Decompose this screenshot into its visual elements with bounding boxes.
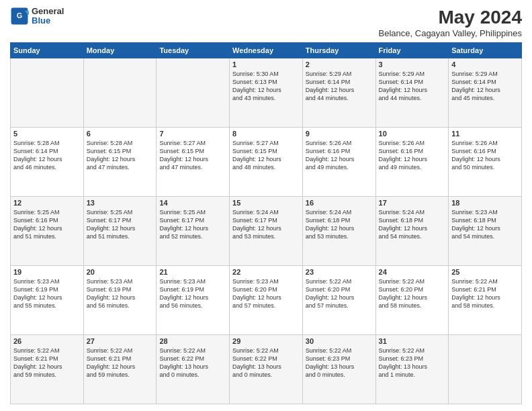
day-number: 14 <box>159 199 226 207</box>
table-row <box>11 58 84 128</box>
day-info: Sunrise: 5:25 AM Sunset: 6:16 PM Dayligh… <box>13 208 81 241</box>
day-info: Sunrise: 5:23 AM Sunset: 6:18 PM Dayligh… <box>451 208 519 241</box>
day-number: 9 <box>306 130 373 138</box>
header: G General Blue May 2024 Belance, Cagayan… <box>10 7 522 38</box>
table-row: 28Sunrise: 5:22 AM Sunset: 6:22 PM Dayli… <box>157 335 230 404</box>
day-number: 20 <box>87 268 154 276</box>
day-number: 16 <box>306 199 373 207</box>
table-row: 30Sunrise: 5:22 AM Sunset: 6:23 PM Dayli… <box>302 335 375 404</box>
table-row <box>157 58 230 128</box>
day-info: Sunrise: 5:26 AM Sunset: 6:16 PM Dayligh… <box>306 139 373 172</box>
day-number: 28 <box>159 337 226 345</box>
table-row: 13Sunrise: 5:25 AM Sunset: 6:17 PM Dayli… <box>83 197 157 266</box>
day-info: Sunrise: 5:23 AM Sunset: 6:19 PM Dayligh… <box>13 277 81 310</box>
table-row: 11Sunrise: 5:26 AM Sunset: 6:16 PM Dayli… <box>449 128 522 197</box>
day-info: Sunrise: 5:29 AM Sunset: 6:14 PM Dayligh… <box>379 70 446 103</box>
table-row: 14Sunrise: 5:25 AM Sunset: 6:17 PM Dayli… <box>157 197 230 266</box>
day-info: Sunrise: 5:30 AM Sunset: 6:13 PM Dayligh… <box>232 70 300 103</box>
day-number: 2 <box>306 60 373 68</box>
day-info: Sunrise: 5:23 AM Sunset: 6:19 PM Dayligh… <box>159 277 226 310</box>
day-info: Sunrise: 5:29 AM Sunset: 6:14 PM Dayligh… <box>451 70 519 103</box>
table-row: 25Sunrise: 5:22 AM Sunset: 6:21 PM Dayli… <box>449 266 522 335</box>
day-number: 11 <box>451 130 519 138</box>
day-number: 31 <box>379 337 446 345</box>
day-number: 5 <box>13 130 81 138</box>
page: G General Blue May 2024 Belance, Cagayan… <box>0 0 532 411</box>
table-row: 1Sunrise: 5:30 AM Sunset: 6:13 PM Daylig… <box>230 58 303 128</box>
table-row: 12Sunrise: 5:25 AM Sunset: 6:16 PM Dayli… <box>11 197 84 266</box>
day-info: Sunrise: 5:22 AM Sunset: 6:22 PM Dayligh… <box>159 347 226 379</box>
table-row: 6Sunrise: 5:28 AM Sunset: 6:15 PM Daylig… <box>83 128 157 197</box>
day-number: 30 <box>306 337 373 345</box>
table-row: 29Sunrise: 5:22 AM Sunset: 6:22 PM Dayli… <box>230 335 303 404</box>
calendar-week-5: 26Sunrise: 5:22 AM Sunset: 6:21 PM Dayli… <box>11 335 522 404</box>
day-info: Sunrise: 5:22 AM Sunset: 6:20 PM Dayligh… <box>306 277 373 310</box>
col-sunday: Sunday <box>11 43 84 58</box>
table-row: 15Sunrise: 5:24 AM Sunset: 6:17 PM Dayli… <box>230 197 303 266</box>
table-row: 5Sunrise: 5:28 AM Sunset: 6:14 PM Daylig… <box>11 128 84 197</box>
col-wednesday: Wednesday <box>230 43 303 58</box>
day-info: Sunrise: 5:22 AM Sunset: 6:23 PM Dayligh… <box>379 347 446 379</box>
day-number: 10 <box>379 130 446 138</box>
table-row: 24Sunrise: 5:22 AM Sunset: 6:20 PM Dayli… <box>375 266 449 335</box>
day-info: Sunrise: 5:22 AM Sunset: 6:21 PM Dayligh… <box>451 277 519 310</box>
day-number: 17 <box>379 199 446 207</box>
day-info: Sunrise: 5:27 AM Sunset: 6:15 PM Dayligh… <box>159 139 226 172</box>
day-info: Sunrise: 5:24 AM Sunset: 6:18 PM Dayligh… <box>306 208 373 241</box>
svg-text:G: G <box>17 11 22 19</box>
day-number: 13 <box>87 199 154 207</box>
day-number: 24 <box>379 268 446 276</box>
day-info: Sunrise: 5:26 AM Sunset: 6:16 PM Dayligh… <box>451 139 519 172</box>
day-number: 7 <box>159 130 226 138</box>
day-number: 1 <box>232 60 300 68</box>
table-row: 19Sunrise: 5:23 AM Sunset: 6:19 PM Dayli… <box>11 266 84 335</box>
table-row: 23Sunrise: 5:22 AM Sunset: 6:20 PM Dayli… <box>302 266 375 335</box>
col-saturday: Saturday <box>449 43 522 58</box>
logo-icon: G <box>10 7 29 26</box>
calendar-week-1: 1Sunrise: 5:30 AM Sunset: 6:13 PM Daylig… <box>11 58 522 128</box>
calendar-week-3: 12Sunrise: 5:25 AM Sunset: 6:16 PM Dayli… <box>11 197 522 266</box>
day-number: 6 <box>87 130 154 138</box>
day-info: Sunrise: 5:28 AM Sunset: 6:14 PM Dayligh… <box>13 139 81 172</box>
table-row: 3Sunrise: 5:29 AM Sunset: 6:14 PM Daylig… <box>375 58 449 128</box>
day-info: Sunrise: 5:23 AM Sunset: 6:19 PM Dayligh… <box>87 277 154 310</box>
table-row: 2Sunrise: 5:29 AM Sunset: 6:14 PM Daylig… <box>302 58 375 128</box>
day-number: 12 <box>13 199 81 207</box>
table-row: 10Sunrise: 5:26 AM Sunset: 6:16 PM Dayli… <box>375 128 449 197</box>
table-row: 17Sunrise: 5:24 AM Sunset: 6:18 PM Dayli… <box>375 197 449 266</box>
day-info: Sunrise: 5:28 AM Sunset: 6:15 PM Dayligh… <box>87 139 154 172</box>
day-number: 22 <box>232 268 300 276</box>
col-friday: Friday <box>375 43 449 58</box>
table-row: 22Sunrise: 5:23 AM Sunset: 6:20 PM Dayli… <box>230 266 303 335</box>
day-info: Sunrise: 5:22 AM Sunset: 6:22 PM Dayligh… <box>232 347 300 379</box>
calendar-week-2: 5Sunrise: 5:28 AM Sunset: 6:14 PM Daylig… <box>11 128 522 197</box>
logo-blue-text: Blue <box>32 16 64 26</box>
day-info: Sunrise: 5:22 AM Sunset: 6:21 PM Dayligh… <box>13 347 81 379</box>
table-row: 8Sunrise: 5:27 AM Sunset: 6:15 PM Daylig… <box>230 128 303 197</box>
table-row: 27Sunrise: 5:22 AM Sunset: 6:21 PM Dayli… <box>83 335 157 404</box>
main-title: May 2024 <box>379 7 522 28</box>
table-row: 16Sunrise: 5:24 AM Sunset: 6:18 PM Dayli… <box>302 197 375 266</box>
col-tuesday: Tuesday <box>157 43 230 58</box>
table-row: 20Sunrise: 5:23 AM Sunset: 6:19 PM Dayli… <box>83 266 157 335</box>
col-monday: Monday <box>83 43 157 58</box>
table-row: 7Sunrise: 5:27 AM Sunset: 6:15 PM Daylig… <box>157 128 230 197</box>
day-info: Sunrise: 5:24 AM Sunset: 6:18 PM Dayligh… <box>379 208 446 241</box>
table-row <box>83 58 157 128</box>
table-row: 18Sunrise: 5:23 AM Sunset: 6:18 PM Dayli… <box>449 197 522 266</box>
day-number: 27 <box>87 337 154 345</box>
day-number: 21 <box>159 268 226 276</box>
day-info: Sunrise: 5:23 AM Sunset: 6:20 PM Dayligh… <box>232 277 300 310</box>
day-number: 8 <box>232 130 300 138</box>
day-info: Sunrise: 5:24 AM Sunset: 6:17 PM Dayligh… <box>232 208 300 241</box>
col-thursday: Thursday <box>302 43 375 58</box>
table-row <box>449 335 522 404</box>
day-info: Sunrise: 5:25 AM Sunset: 6:17 PM Dayligh… <box>87 208 154 241</box>
day-number: 18 <box>451 199 519 207</box>
calendar-week-4: 19Sunrise: 5:23 AM Sunset: 6:19 PM Dayli… <box>11 266 522 335</box>
calendar-header-row: Sunday Monday Tuesday Wednesday Thursday… <box>11 43 522 58</box>
table-row: 26Sunrise: 5:22 AM Sunset: 6:21 PM Dayli… <box>11 335 84 404</box>
table-row: 31Sunrise: 5:22 AM Sunset: 6:23 PM Dayli… <box>375 335 449 404</box>
day-number: 3 <box>379 60 446 68</box>
logo: G General Blue <box>10 7 64 26</box>
